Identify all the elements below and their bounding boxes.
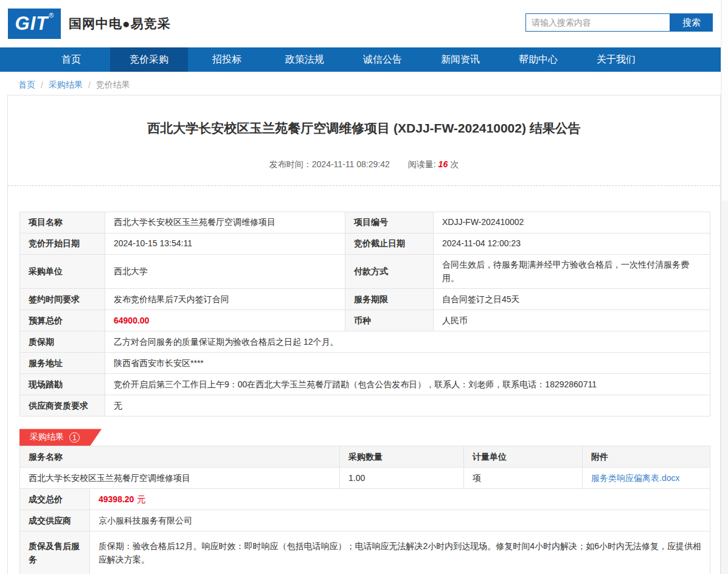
attachment-link[interactable]: 服务类响应偏离表.docx [591,473,679,483]
top-header: GIT ® 国网中电●易竞采 搜索 [0,0,728,47]
page-title: 西北大学长安校区玉兰苑餐厅空调维修项目 (XDJJ-FW-202410002) … [19,120,709,137]
table-row: 质保及售后服务 质保期：验收合格后12月。响应时效：即时响应（包括电话响应）；电… [20,531,710,574]
budget-label: 预算总价 [20,310,105,331]
unit-cell: 项 [464,468,583,489]
nav-item-help-center[interactable]: 帮助中心 [499,47,577,72]
project-name-label: 项目名称 [20,212,105,233]
col-header-service-name: 服务名称 [20,446,340,468]
currency-label: 币种 [345,310,434,331]
breadcrumb-home[interactable]: 首页 [18,80,35,91]
after-sale-label: 质保及售后服务 [20,531,90,574]
after-sale-value: 质保期：验收合格后12月。响应时效：即时响应（包括电话响应）；电话响应无法解决2… [90,531,710,574]
dashed-divider [8,185,720,186]
table-row: 成交供应商 京小服科技服务有限公司 [20,510,710,531]
service-address-label: 服务地址 [20,353,105,374]
table-row: 竞价开始日期 2024-10-15 13:54:11 竞价截止日期 2024-1… [20,233,710,255]
col-header-attachment: 附件 [583,446,710,468]
search-bar: 搜索 [525,13,713,32]
breadcrumb-current: 竞价结果 [96,80,130,91]
table-row: 现场踏勘 竞价开启后第三个工作日上午9：00在西北大学玉兰苑餐厅踏勘（包含公告发… [20,374,710,395]
result-badge: 采购结果 1 [19,429,102,446]
currency-value: 人民币 [434,310,710,331]
col-header-unit: 计量单位 [464,446,583,468]
service-period-value: 自合同签订之日45天 [434,289,710,310]
site-brand-name: 国网中电●易竞采 [69,15,171,32]
table-row: 西北大学长安校区玉兰苑餐厅空调维修项目 1.00 项 服务类响应偏离表.docx [20,468,710,489]
publish-meta: 发布时间：2024-11-11 08:29:42阅读量:16次 [19,159,709,170]
supplier-value: 京小服科技服务有限公司 [90,510,710,531]
announcement-card: 西北大学长安校区玉兰苑餐厅空调维修项目 (XDJJ-FW-202410002) … [7,95,721,574]
views-unit: 次 [450,159,459,169]
project-details-table: 项目名称 西北大学长安校区玉兰苑餐厅空调维修项目 项目编号 XDJJ-FW-20… [19,212,710,417]
service-address-value: 陕西省西安市长安区**** [105,353,710,374]
main-nav: 首页 竞价采购 招投标 政策法规 诚信公告 新闻资讯 帮助中心 关于我们 [0,47,728,72]
deal-price-amount: 49398.20 [99,494,134,504]
nav-item-bidding-purchase[interactable]: 竞价采购 [110,47,188,72]
views-label: 阅读量: [408,159,436,169]
supplier-label: 成交供应商 [20,510,90,531]
budget-amount: 64900.00 [114,316,149,325]
search-input[interactable] [525,13,670,32]
col-header-quantity: 采购数量 [340,446,464,468]
nav-item-tenders[interactable]: 招投标 [188,47,266,72]
breadcrumb-separator: / [88,80,91,90]
bid-start-value: 2024-10-15 13:54:11 [105,233,345,255]
nav-item-home[interactable]: 首页 [32,47,110,72]
result-summary-table: 成交总价 49398.20元 成交供应商 京小服科技服务有限公司 质保及售后服务… [19,488,710,574]
nav-item-about-us[interactable]: 关于我们 [577,47,655,72]
quantity-cell: 1.00 [340,468,464,489]
publish-time-value: 2024-11-11 08:29:42 [312,159,390,169]
logo-text: GIT [15,9,49,39]
table-row: 采购单位 西北大学 付款方式 合同生效后，待服务期满并经甲方验收合格后，一次性付… [20,255,710,289]
qualification-label: 供应商资质要求 [20,395,105,417]
project-code-value: XDJJ-FW-202410002 [434,212,710,233]
views-count: 16 [439,159,448,169]
deal-price-value: 49398.20元 [90,489,710,510]
table-row: 签约时间要求 发布竞价结果后7天内签订合同 服务期限 自合同签订之日45天 [20,289,710,310]
deal-price-unit: 元 [137,494,145,504]
warranty-label: 质保期 [20,331,105,353]
purchaser-value: 西北大学 [105,255,345,289]
bid-end-value: 2024-11-04 12:00:23 [434,233,710,255]
warranty-value: 乙方对合同服务的质量保证期为验收合格后之日起 12个月。 [105,331,710,353]
purchaser-label: 采购单位 [20,255,105,289]
payment-value: 合同生效后，待服务期满并经甲方验收合格后，一次性付清服务费用。 [434,255,710,289]
table-row: 供应商资质要求 无 [20,395,710,417]
site-visit-label: 现场踏勘 [20,374,105,395]
nav-item-policies[interactable]: 政策法规 [266,47,344,72]
table-header-row: 服务名称 采购数量 计量单位 附件 [20,446,710,468]
table-row: 成交总价 49398.20元 [20,489,710,510]
project-code-label: 项目编号 [345,212,434,233]
scrollbar-track[interactable] [721,0,728,574]
qualification-value: 无 [105,395,710,417]
bid-end-label: 竞价截止日期 [345,233,434,255]
service-period-label: 服务期限 [345,289,434,310]
site-visit-value: 竞价开启后第三个工作日上午9：00在西北大学玉兰苑餐厅踏勘（包含公告发布日），联… [105,374,710,395]
budget-value: 64900.00 [105,310,345,331]
publish-time-label: 发布时间： [269,159,312,169]
breadcrumb-purchase-results[interactable]: 采购结果 [49,80,83,91]
attachment-cell: 服务类响应偏离表.docx [583,468,710,489]
result-count-badge: 1 [69,432,80,443]
breadcrumb: 首页 / 采购结果 / 竞价结果 [0,72,728,91]
site-logo[interactable]: GIT ® [8,9,61,39]
service-name-cell: 西北大学长安校区玉兰苑餐厅空调维修项目 [20,468,340,489]
sign-time-value: 发布竞价结果后7天内签订合同 [105,289,345,310]
table-row: 项目名称 西北大学长安校区玉兰苑餐厅空调维修项目 项目编号 XDJJ-FW-20… [20,212,710,233]
bid-start-label: 竞价开始日期 [20,233,105,255]
nav-item-integrity-notices[interactable]: 诚信公告 [344,47,421,72]
result-badge-label: 采购结果 [30,432,64,443]
table-row: 服务地址 陕西省西安市长安区**** [20,353,710,374]
registered-trademark-icon: ® [49,12,54,39]
table-row: 预算总价 64900.00 币种 人民币 [20,310,710,331]
breadcrumb-separator: / [41,80,43,90]
table-row: 质保期 乙方对合同服务的质量保证期为验收合格后之日起 12个月。 [20,331,710,353]
deal-price-label: 成交总价 [20,489,90,510]
search-button[interactable]: 搜索 [670,13,713,32]
result-items-table: 服务名称 采购数量 计量单位 附件 西北大学长安校区玉兰苑餐厅空调维修项目 1.… [19,446,710,489]
payment-label: 付款方式 [345,255,434,289]
scrollbar-thumb[interactable] [722,0,728,201]
sign-time-label: 签约时间要求 [20,289,105,310]
nav-item-news[interactable]: 新闻资讯 [421,47,499,72]
project-name-value: 西北大学长安校区玉兰苑餐厅空调维修项目 [105,212,345,233]
